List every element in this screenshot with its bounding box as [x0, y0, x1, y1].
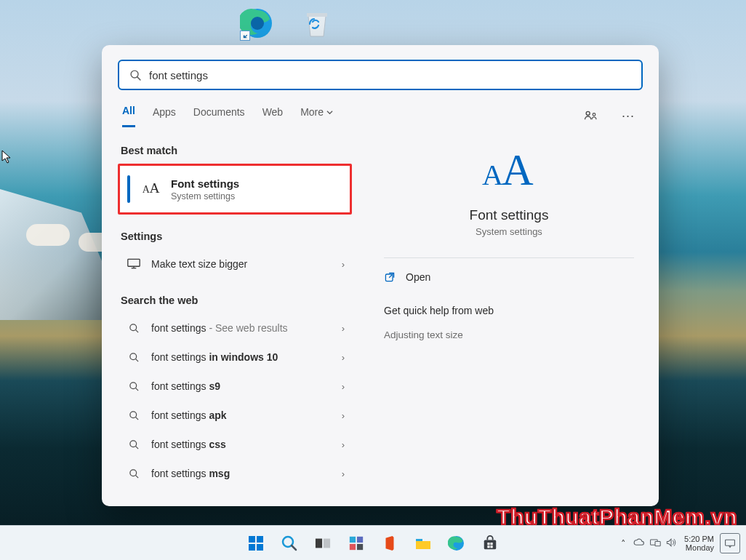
- start-button[interactable]: [241, 529, 270, 558]
- preview-pane: AA Font settings System settings Open Ge…: [358, 129, 643, 493]
- tab-web[interactable]: Web: [262, 106, 284, 127]
- svg-rect-36: [357, 536, 363, 542]
- svg-text:A: A: [482, 159, 503, 191]
- font-settings-large-icon: AA: [478, 142, 540, 200]
- svg-point-14: [129, 353, 136, 359]
- widgets-button[interactable]: [342, 529, 371, 558]
- svg-text:A: A: [150, 180, 160, 196]
- svg-rect-9: [128, 259, 140, 266]
- search-box[interactable]: [118, 60, 643, 90]
- taskbar-office-icon[interactable]: [375, 529, 404, 558]
- font-settings-icon: AA: [140, 177, 161, 201]
- results-list: Best match AA Font settings System setti…: [118, 129, 358, 493]
- svg-rect-33: [316, 538, 322, 548]
- svg-line-23: [135, 475, 138, 478]
- wallpaper-cloud: [26, 224, 70, 246]
- web-result[interactable]: font settings in windows 10 ›: [118, 343, 352, 372]
- open-action[interactable]: Open: [384, 271, 634, 283]
- svg-point-12: [129, 324, 136, 330]
- result-label: Make text size bigger: [151, 258, 332, 270]
- start-search-panel: All Apps Documents Web More ··· Best mat…: [102, 45, 659, 506]
- taskbar-edge-icon[interactable]: [442, 529, 471, 558]
- search-icon: [127, 439, 141, 450]
- svg-rect-29: [249, 544, 255, 551]
- svg-point-16: [129, 382, 136, 388]
- desktop: All Apps Documents Web More ··· Best mat…: [0, 0, 746, 560]
- svg-line-15: [135, 359, 138, 361]
- svg-rect-35: [350, 536, 356, 542]
- tab-more[interactable]: More: [300, 106, 333, 127]
- search-icon: [129, 69, 142, 81]
- tray-network-icon[interactable]: [648, 537, 662, 550]
- web-result[interactable]: font settings - See web results ›: [118, 313, 352, 343]
- selection-indicator: [127, 175, 130, 203]
- desktop-icon-edge[interactable]: [240, 6, 275, 41]
- best-match-result[interactable]: AA Font settings System settings: [118, 164, 352, 215]
- svg-rect-37: [350, 543, 356, 549]
- tray-chevron-up-icon[interactable]: ˄: [616, 538, 630, 549]
- search-input[interactable]: [149, 69, 631, 81]
- svg-rect-41: [484, 540, 497, 549]
- search-icon: [127, 410, 141, 421]
- scope-tabs: All Apps Documents Web More ···: [122, 105, 638, 127]
- svg-point-6: [593, 113, 595, 116]
- tab-all[interactable]: All: [122, 105, 135, 127]
- taskbar-store-icon[interactable]: [476, 529, 505, 558]
- taskbar-search-button[interactable]: [275, 529, 304, 558]
- web-result[interactable]: font settings apk ›: [118, 401, 352, 430]
- search-icon: [127, 468, 141, 479]
- section-settings: Settings: [121, 231, 352, 242]
- svg-rect-38: [357, 543, 363, 549]
- svg-rect-27: [249, 536, 255, 543]
- search-icon: [127, 323, 141, 334]
- svg-rect-48: [726, 540, 735, 545]
- svg-rect-28: [257, 536, 263, 543]
- taskbar: ˄ 5:20 PM Monday: [0, 525, 746, 560]
- svg-point-22: [129, 469, 136, 476]
- svg-rect-42: [487, 543, 489, 545]
- web-result[interactable]: font settings msg ›: [118, 459, 352, 488]
- desktop-icon-recycle-bin[interactable]: [300, 6, 334, 41]
- taskbar-explorer-icon[interactable]: [409, 529, 438, 558]
- svg-rect-44: [487, 545, 489, 548]
- chevron-right-icon: ›: [342, 468, 345, 479]
- section-web: Search the web: [121, 295, 352, 306]
- svg-line-4: [137, 76, 140, 79]
- svg-point-5: [586, 111, 590, 115]
- web-result[interactable]: font settings css ›: [118, 430, 352, 459]
- svg-line-21: [135, 446, 138, 449]
- svg-rect-45: [490, 545, 492, 548]
- tray-onedrive-icon[interactable]: [632, 538, 646, 549]
- svg-rect-30: [257, 544, 263, 551]
- search-linked-devices-icon[interactable]: [580, 106, 601, 127]
- svg-rect-34: [324, 538, 330, 548]
- best-match-title: Font settings: [171, 177, 239, 190]
- more-options-icon[interactable]: ···: [618, 106, 638, 127]
- svg-rect-47: [655, 541, 660, 545]
- svg-point-18: [129, 411, 136, 417]
- cursor-icon: [1, 150, 12, 164]
- settings-result[interactable]: Make text size bigger ›: [118, 249, 352, 279]
- search-icon: [127, 381, 141, 392]
- best-match-subtitle: System settings: [171, 191, 239, 201]
- svg-line-19: [135, 417, 138, 420]
- svg-rect-39: [416, 539, 422, 541]
- tab-documents[interactable]: Documents: [193, 106, 245, 127]
- svg-text:A: A: [502, 145, 534, 194]
- svg-line-32: [292, 545, 296, 550]
- system-tray: ˄ 5:20 PM Monday: [616, 526, 740, 560]
- task-view-button[interactable]: [308, 529, 337, 558]
- divider: [384, 257, 634, 258]
- notifications-button[interactable]: [720, 533, 740, 553]
- chevron-right-icon: ›: [342, 323, 345, 334]
- chevron-right-icon: ›: [342, 381, 345, 392]
- wallpaper-mountain: [0, 189, 102, 320]
- taskbar-clock[interactable]: 5:20 PM Monday: [680, 535, 718, 552]
- svg-rect-43: [490, 543, 492, 545]
- chevron-right-icon: ›: [342, 410, 345, 421]
- tab-apps[interactable]: Apps: [153, 106, 176, 127]
- web-result[interactable]: font settings s9 ›: [118, 372, 352, 401]
- quick-help-link[interactable]: Adjusting text size: [384, 329, 634, 340]
- tray-volume-icon[interactable]: [664, 537, 678, 550]
- preview-subtitle: System settings: [476, 226, 542, 237]
